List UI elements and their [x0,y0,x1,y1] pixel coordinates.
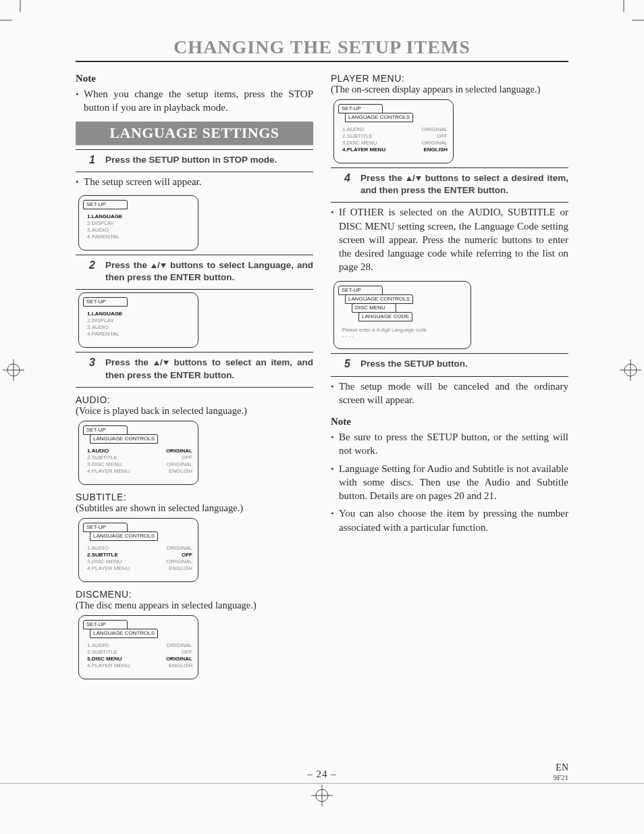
osd-row: 3.AUDIO [87,227,192,234]
osd-tab: LANGUAGE CONTROLS [345,294,413,304]
osd-row: 1.LANGUAGE [87,213,192,220]
discmenu-heading: DISCMENU: [76,589,313,600]
step-number: 1 [89,154,100,166]
page-title: CHANGING THE SETUP ITEMS [76,36,568,58]
step-4: 4 Press the / buttons to select a desire… [331,171,568,198]
step-text: Press the SETUP button in STOP mode. [105,154,277,166]
note-item: You can also choose the item by pressing… [331,506,568,534]
player-desc: (The on-screen display appears in select… [331,84,568,95]
osd-tab: LANGUAGE CONTROLS [90,531,158,541]
step-number: 5 [344,358,355,370]
osd-code-input: - - - - [338,333,466,339]
osd-setup-main-2: SET-UP 1.LANGUAGE2.DISPLAY3.AUDIO4.PAREN… [78,292,313,348]
left-column: Note When you change the setup items, pr… [76,70,313,682]
osd-row: 3.DISC MENUORIGINAL [87,558,192,565]
audio-desc: (Voice is played back in selected langua… [76,405,313,417]
step-5: 5 Press the SETUP button. [331,357,568,371]
osd-row: 4.PARENTAL [87,234,192,240]
svg-marker-18 [406,176,412,181]
osd-tab: SET-UP [83,620,128,629]
osd-row: 1.AUDIOORIGINAL [87,448,192,454]
osd-row: 2.SUBTITLEOFF [87,454,192,461]
note-item: Be sure to press the SETUP button, or th… [331,430,568,458]
svg-marker-17 [163,361,169,365]
note-item: Language Setting for Audio and Subtitle … [331,462,568,503]
footer-language: EN [553,762,568,773]
osd-subtitle: SET-UP LANGUAGE CONTROLS 1.AUDIOORIGINAL… [78,518,313,582]
subtitle-heading: SUBTITLE: [76,492,313,502]
osd-row: 1.AUDIOORIGINAL [87,642,192,649]
svg-marker-15 [161,263,166,268]
step-note: The setup screen will appear. [76,175,313,188]
osd-row: 3.AUDIO [87,324,192,331]
step-number: 4 [344,172,355,197]
osd-tab: LANGUAGE CONTROLS [345,113,413,122]
page-number: – 24 – [307,768,337,780]
osd-tab: LANGUAGE CODE [358,312,412,321]
player-heading: PLAYER MENU: [331,73,568,84]
osd-row: 1.AUDIOORIGINAL [87,545,192,552]
osd-audio: SET-UP LANGUAGE CONTROLS 1.AUDIOORIGINAL… [78,421,313,485]
osd-row: 2.SUBTITLEOFF [87,649,192,656]
osd-row: 2.SUBTITLEOFF [87,552,192,558]
osd-row: 4.PLAYER MENUENGLISH [87,468,192,475]
note-item: When you change the setup items, press t… [76,87,313,115]
osd-tab: LANGUAGE CONTROLS [90,629,158,638]
osd-player: SET-UP LANGUAGE CONTROLS 1.AUDIOORIGINAL… [333,99,568,163]
osd-row: 4.PLAYER MENUENGLISH [342,147,448,153]
step-number: 3 [89,357,100,381]
step-note: The setup mode will be canceled and the … [331,380,568,407]
step-text: Press the / buttons to select Language, … [105,259,313,284]
osd-row: 1.AUDIOORIGINAL [342,126,448,133]
osd-tab: SET-UP [338,104,383,113]
osd-discmenu: SET-UP LANGUAGE CONTROLS 1.AUDIOORIGINAL… [78,615,313,679]
osd-row: 2.DISPLAY [87,317,192,324]
osd-tab: DISC MENU [352,303,396,313]
osd-setup-main: SET-UP 1.LANGUAGE2.DISPLAY3.AUDIO4.PAREN… [78,195,313,251]
note-heading: Note [331,416,568,427]
osd-row: 4.PLAYER MENUENGLISH [87,662,192,669]
svg-marker-19 [416,176,421,181]
right-column: PLAYER MENU: (The on-screen display appe… [331,70,568,682]
osd-tab: SET-UP [83,425,128,435]
osd-row: 3.DISC MENUORIGINAL [87,656,192,662]
step-number: 2 [89,259,100,284]
note-heading: Note [76,73,313,84]
step-1: 1 Press the SETUP button in STOP mode. [76,153,313,167]
osd-message: Please enter a 4-digit Language code. [338,324,466,333]
footer-code: 9F21 [553,773,568,781]
step-2: 2 Press the / buttons to select Language… [76,258,313,285]
step-3: 3 Press the / buttons to select an item,… [76,355,313,382]
osd-langcode: SET-UP LANGUAGE CONTROLS DISC MENU LANGU… [333,281,568,350]
audio-heading: AUDIO: [76,394,313,405]
step-note: If OTHER is selected on the AUDIO, SUBTI… [331,205,568,273]
osd-row: 2.SUBTITLEOFF [342,133,448,140]
osd-tab: SET-UP [83,523,128,532]
osd-row: 3.DISC MENUORIGINAL [87,461,192,468]
osd-row: 4.PARENTAL [87,331,192,338]
osd-tab: SET-UP [83,200,128,209]
title-rule [76,61,568,62]
step-text: Press the SETUP button. [360,358,468,370]
note-list: Be sure to press the SETUP button, or th… [331,430,568,534]
osd-row: 1.LANGUAGE [87,311,192,317]
osd-row: 2.DISPLAY [87,220,192,227]
step-text: Press the / buttons to select a desired … [360,172,568,197]
subtitle-desc: (Subtitles are shown in selected languag… [76,502,313,514]
svg-marker-16 [154,361,159,365]
svg-marker-14 [151,263,157,268]
osd-tab: SET-UP [338,286,383,295]
osd-tab: LANGUAGE CONTROLS [90,434,158,444]
osd-row: 3.DISC MENUORIGINAL [342,140,448,147]
section-banner-language: LANGUAGE SETTINGS [76,122,313,145]
osd-row: 4.PLAYER MENUENGLISH [87,565,192,572]
step-text: Press the / buttons to select an item, a… [105,357,313,381]
discmenu-desc: (The disc menu appears in selected langu… [76,600,313,611]
note-list: When you change the setup items, press t… [76,87,313,115]
osd-tab: SET-UP [83,297,128,307]
